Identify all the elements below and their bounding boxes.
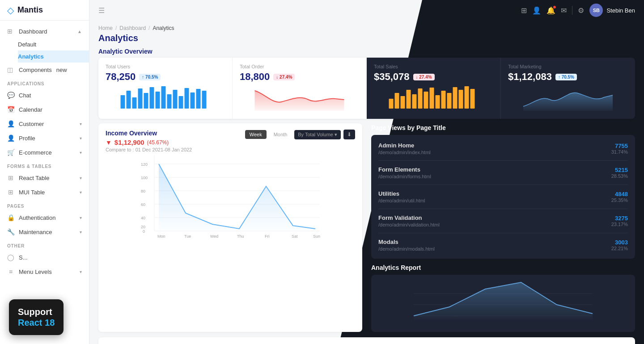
settings-icon[interactable]: ⚙ xyxy=(578,6,584,15)
card-label-marketing: Total Marketing xyxy=(508,64,628,69)
hamburger-icon[interactable]: ☰ xyxy=(98,6,105,15)
mail-icon[interactable]: ✉ xyxy=(561,6,567,15)
analytics-report-chart xyxy=(371,275,635,332)
income-controls: Week Month By Total Volume ▾ ⬇ xyxy=(245,130,355,139)
pv-right-3: 4848 25.35% xyxy=(611,191,628,203)
svg-text:100: 100 xyxy=(141,176,148,180)
svg-rect-11 xyxy=(185,88,189,109)
sidebar-item-customer[interactable]: 👤 Customer ▾ xyxy=(0,117,89,131)
sidebar-item-calendar[interactable]: 📅 Calendar xyxy=(0,102,89,117)
pv-pct-4: 23.17% xyxy=(611,222,628,227)
pv-right-1: 7755 31.74% xyxy=(611,143,628,155)
pv-title-5: Modals xyxy=(378,239,435,245)
month-btn[interactable]: Month xyxy=(269,130,292,139)
new-badge: new xyxy=(56,67,67,73)
card-value-order: 18,800 xyxy=(240,71,270,83)
card-total-sales: Total Sales $35,078 ↓ 27.4% xyxy=(367,58,501,119)
income-percent: (45.67%) xyxy=(147,139,169,146)
svg-rect-10 xyxy=(179,96,183,109)
svg-rect-1 xyxy=(127,91,131,109)
pv-left-4: Form Validation /demo/admin/validation.h… xyxy=(378,214,440,227)
section-label-applications: Applications xyxy=(0,77,89,88)
svg-rect-8 xyxy=(167,94,172,109)
page-views-list: Admin Home /demo/admin/index.html 7755 3… xyxy=(371,135,635,259)
breadcrumb-dashboard[interactable]: Dashboard xyxy=(119,25,146,31)
volume-btn[interactable]: By Total Volume ▾ xyxy=(294,130,341,139)
notification-bell[interactable]: 🔔 xyxy=(547,6,555,15)
sidebar-label-dashboard: Dashboard xyxy=(19,28,47,35)
svg-text:40: 40 xyxy=(141,216,145,220)
svg-rect-0 xyxy=(121,95,125,109)
breadcrumb-home[interactable]: Home xyxy=(98,25,113,31)
sidebar-item-maintenance[interactable]: 🔧 Maintenance ▾ xyxy=(0,225,89,239)
svg-rect-17 xyxy=(401,96,405,109)
chevron-up-icon: ▲ xyxy=(77,29,82,34)
sidebar-label-profile: Profile xyxy=(19,135,35,142)
svg-rect-18 xyxy=(407,90,411,109)
pv-item-3: Utilities /demo/admin/util.html 4848 25.… xyxy=(378,185,628,209)
sidebar-item-dashboard[interactable]: ⊞ Dashboard ▲ xyxy=(0,24,89,38)
sidebar-label-react-table: React Table xyxy=(19,175,49,181)
income-compare: Compare to : 01 Dec 2021-08 Jan 2022 xyxy=(106,147,192,152)
sidebar-logo[interactable]: ◇ Mantis xyxy=(0,0,89,21)
svg-text:20: 20 xyxy=(141,225,145,229)
week-btn[interactable]: Week xyxy=(245,130,267,139)
svg-text:Thu: Thu xyxy=(237,234,244,239)
card-badge-users: ↑ 70.5% xyxy=(139,74,161,80)
logo-icon: ◇ xyxy=(7,5,14,16)
card-total-users: Total Users 78,250 ↑ 70.5% xyxy=(98,58,233,119)
support-toast[interactable]: Support React 18 xyxy=(9,299,64,335)
pv-left-3: Utilities /demo/admin/util.html xyxy=(378,190,425,203)
notification-dot xyxy=(553,5,556,9)
two-col-layout: Income Overview ▼ $1,12,900 (45.67%) Com… xyxy=(98,123,635,332)
sidebar-label-sample: S... xyxy=(19,254,28,261)
toast-line1: Support xyxy=(18,306,55,317)
sidebar-item-auth[interactable]: 🔒 Authentication ▾ xyxy=(0,210,89,225)
sidebar-item-analytics[interactable]: Analytics xyxy=(18,50,89,63)
svg-rect-6 xyxy=(156,92,160,109)
pv-count-5: 3003 xyxy=(611,239,628,246)
sidebar-item-chat[interactable]: 💬 Chat xyxy=(0,88,89,102)
pv-url-3: /demo/admin/util.html xyxy=(378,198,425,203)
svg-rect-16 xyxy=(395,93,399,109)
analytic-overview-label: Analytic Overview xyxy=(89,43,644,58)
breadcrumb-current: Analytics xyxy=(153,25,174,31)
user-name: Stebin Ben xyxy=(606,7,635,14)
svg-text:Tue: Tue xyxy=(184,234,191,239)
sidebar-item-sample[interactable]: ◯ S... xyxy=(0,250,89,264)
sidebar-item-menu-levels[interactable]: ≡ Menu Levels ▾ xyxy=(0,264,89,279)
chevron-down-icon-4: ▾ xyxy=(80,176,82,180)
sidebar-item-profile[interactable]: 👤 Profile ▾ xyxy=(0,131,89,145)
user-circle-icon[interactable]: 👤 xyxy=(532,6,541,15)
pv-count-4: 3275 xyxy=(611,215,628,222)
users-bar-chart xyxy=(106,86,225,109)
svg-rect-15 xyxy=(389,99,394,109)
sidebar-item-default[interactable]: Default xyxy=(18,38,89,50)
sidebar-label-calendar: Calendar xyxy=(19,106,42,113)
customer-icon: 👤 xyxy=(7,120,14,127)
download-btn[interactable]: ⬇ xyxy=(343,130,355,139)
grid-view-icon[interactable]: ⊞ xyxy=(521,6,527,15)
section-label-pages: Pages xyxy=(0,199,89,210)
report-chart-svg xyxy=(375,280,631,325)
card-value-marketing: $1,12,083 xyxy=(508,71,552,83)
analytics-cards-row: Total Users 78,250 ↑ 70.5% xyxy=(98,58,635,119)
user-avatar-area[interactable]: SB Stebin Ben xyxy=(589,4,635,17)
income-title: Income Overview xyxy=(106,130,192,137)
card-total-marketing: Total Marketing $1,12,083 ↑ 70.5% xyxy=(501,58,635,119)
card-label-order: Total Order xyxy=(240,64,359,69)
svg-rect-4 xyxy=(144,93,148,109)
sidebar-item-components[interactable]: ◫ Components new xyxy=(0,63,89,77)
react-table-icon: ⊞ xyxy=(7,174,14,181)
sidebar-item-ecommerce[interactable]: 🛒 E-commerce ▾ xyxy=(0,145,89,159)
main-container: ☰ ⊞ 👤 🔔 ✉ ⚙ SB Stebin Ben Ho xyxy=(89,0,644,344)
sidebar-item-react-table[interactable]: ⊞ React Table ▾ xyxy=(0,171,89,185)
svg-text:120: 120 xyxy=(141,162,148,167)
maintenance-icon: 🔧 xyxy=(7,228,14,235)
svg-text:80: 80 xyxy=(141,189,145,193)
chat-icon: 💬 xyxy=(7,92,14,99)
chevron-down-icon-3: ▾ xyxy=(80,150,82,155)
separator-1: / xyxy=(115,25,117,31)
pv-title-3: Utilities xyxy=(378,190,425,197)
sidebar-item-mui-table[interactable]: ⊞ MUI Table ▾ xyxy=(0,185,89,199)
